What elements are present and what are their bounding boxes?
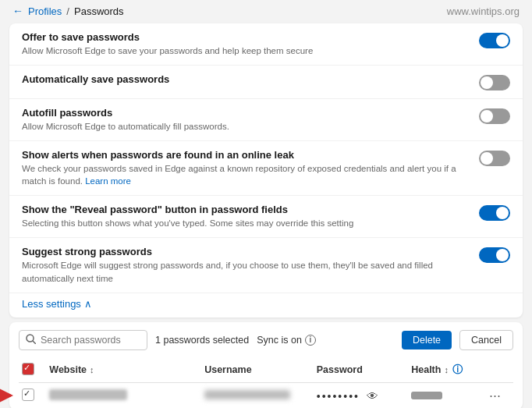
sort-icon-website: ↕ (90, 365, 94, 374)
col-header-health: Health ↕ ⓘ (408, 358, 485, 383)
page-container: ← Profiles / Passwords www.wintips.org O… (0, 0, 532, 408)
setting-alerts-text: Show alerts when passwords are found in … (22, 149, 473, 187)
username-value-blurred (204, 390, 290, 399)
red-arrow-indicator (0, 386, 17, 405)
health-bar (411, 392, 479, 399)
setting-autofill-desc: Allow Microsoft Edge to automatically fi… (22, 120, 473, 133)
breadcrumb-current: Passwords (74, 5, 124, 17)
toggle-auto-save[interactable] (479, 75, 510, 90)
col-header-username: Username (201, 358, 314, 383)
row-health-cell (408, 382, 485, 408)
setting-offer-save-text: Offer to save passwords Allow Microsoft … (22, 31, 473, 57)
less-settings-label: Less settings (22, 298, 81, 310)
toggle-offer-save[interactable] (479, 33, 510, 48)
setting-auto-save: Automatically save passwords (9, 66, 523, 99)
back-arrow-icon[interactable]: ← (12, 5, 23, 17)
breadcrumb-separator: / (66, 5, 69, 17)
table-row: •••••••• 👁 ⋯ (19, 382, 513, 408)
col-header-check (19, 358, 46, 383)
table-header-row: Website ↕ Username Password Health ↕ ⓘ (19, 358, 513, 383)
setting-offer-save: Offer to save passwords Allow Microsoft … (9, 23, 523, 66)
settings-card: Offer to save passwords Allow Microsoft … (9, 23, 523, 318)
password-list-section: 1 passwords selected Sync is on i Delete… (9, 322, 523, 408)
toggle-reveal[interactable] (479, 205, 510, 221)
website-col-label: Website (49, 364, 87, 375)
setting-offer-save-desc: Allow Microsoft Edge to save your passwo… (22, 44, 473, 57)
setting-reveal-text: Show the "Reveal password" button in pas… (22, 204, 473, 229)
table-wrapper: Website ↕ Username Password Health ↕ ⓘ (19, 358, 513, 408)
svg-line-1 (33, 341, 36, 344)
toggle-alerts[interactable] (479, 151, 510, 166)
search-icon (26, 334, 36, 346)
watermark-text: www.wintips.org (447, 5, 520, 17)
row-check-cell (19, 382, 46, 408)
selected-count: 1 passwords selected (155, 335, 249, 346)
website-value-blurred (49, 389, 127, 400)
setting-auto-save-text: Automatically save passwords (22, 73, 473, 87)
setting-alerts-title: Show alerts when passwords are found in … (22, 149, 473, 161)
sync-info-icon[interactable]: i (305, 335, 316, 346)
row-username-cell (201, 382, 314, 408)
eye-icon[interactable]: 👁 (367, 389, 378, 403)
setting-reveal-desc: Selecting this button shows what you've … (22, 217, 473, 229)
search-box (19, 330, 147, 350)
setting-suggest-title: Suggest strong passwords (22, 246, 473, 257)
row-password-cell: •••••••• 👁 (314, 382, 408, 408)
health-pill (411, 392, 442, 399)
setting-suggest-desc: Microsoft Edge will suggest strong passw… (22, 259, 473, 284)
col-header-actions (486, 358, 513, 383)
col-header-website[interactable]: Website ↕ (46, 358, 201, 383)
health-col-label: Health (411, 364, 441, 375)
toggle-suggest[interactable] (479, 247, 510, 263)
setting-autofill-text: Autofill passwords Allow Microsoft Edge … (22, 107, 473, 133)
setting-reveal-title: Show the "Reveal password" button in pas… (22, 204, 473, 215)
setting-reveal: Show the "Reveal password" button in pas… (9, 196, 523, 238)
delete-button[interactable]: Delete (402, 331, 452, 349)
cancel-button[interactable]: Cancel (459, 330, 513, 350)
toggle-autofill[interactable] (479, 108, 510, 124)
row-actions-cell: ⋯ (486, 382, 513, 408)
passwords-table: Website ↕ Username Password Health ↕ ⓘ (19, 358, 513, 408)
setting-auto-save-title: Automatically save passwords (22, 73, 473, 85)
more-options-icon[interactable]: ⋯ (489, 388, 501, 402)
select-all-checkbox[interactable] (22, 363, 34, 375)
col-header-password: Password (314, 358, 408, 383)
setting-autofill-title: Autofill passwords (22, 107, 473, 119)
password-toolbar: 1 passwords selected Sync is on i Delete… (19, 330, 513, 350)
row-website-cell (46, 382, 201, 408)
chevron-up-icon: ∧ (84, 298, 92, 310)
sync-status: Sync is on i (257, 335, 316, 346)
setting-autofill: Autofill passwords Allow Microsoft Edge … (9, 99, 523, 141)
setting-suggest-text: Suggest strong passwords Microsoft Edge … (22, 246, 473, 284)
setting-alerts: Show alerts when passwords are found in … (9, 141, 523, 196)
sort-icon-health: ↕ (444, 365, 449, 374)
search-input[interactable] (41, 335, 140, 346)
health-info-icon[interactable]: ⓘ (452, 363, 463, 377)
setting-alerts-desc: We check your passwords saved in Edge ag… (22, 162, 473, 187)
row-checkbox[interactable] (22, 388, 34, 401)
setting-suggest: Suggest strong passwords Microsoft Edge … (9, 238, 523, 293)
setting-offer-save-title: Offer to save passwords (22, 31, 473, 43)
password-dots: •••••••• (317, 390, 360, 403)
less-settings-link[interactable]: Less settings ∧ (9, 293, 523, 318)
breadcrumb-profiles-link[interactable]: Profiles (28, 5, 62, 17)
sync-label: Sync is on (257, 335, 302, 346)
breadcrumb: ← Profiles / Passwords www.wintips.org (0, 0, 532, 20)
learn-more-link[interactable]: Learn more (85, 176, 131, 186)
